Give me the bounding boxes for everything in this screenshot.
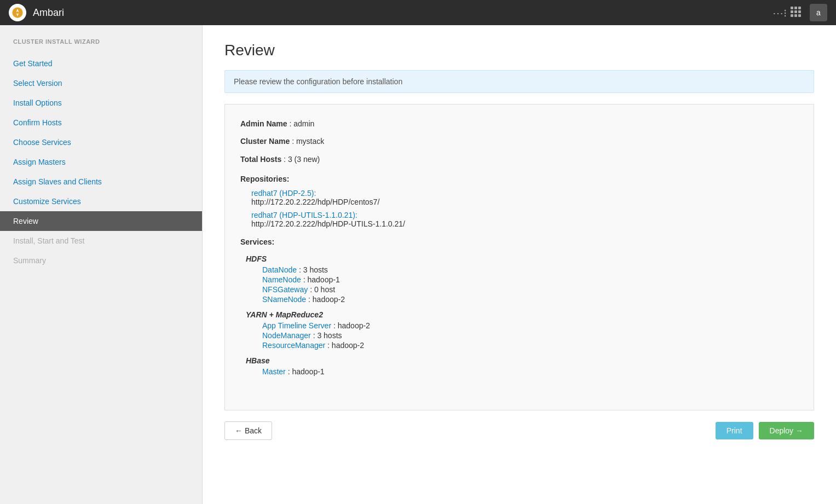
- sidebar-item-review: Review: [0, 211, 202, 231]
- admin-name-label: Admin Name: [240, 119, 287, 128]
- sidebar-item-customize-services[interactable]: Customize Services: [0, 192, 202, 211]
- grid-icon[interactable]: ⋯⁝: [772, 6, 801, 20]
- sidebar-heading: Cluster Install Wizard: [0, 38, 202, 54]
- service-hdfs-datanode: DataNode : 3 hosts: [262, 265, 798, 274]
- cluster-name-label: Cluster Name: [240, 137, 290, 146]
- sidebar-item-get-started[interactable]: Get Started: [0, 54, 202, 73]
- services-heading: Services:: [240, 236, 798, 248]
- repo-url-1: http://172.20.2.222/hdp/HDP-UTILS-1.1.0.…: [251, 219, 798, 228]
- service-hdfs-snamenode: SNameNode : hadoop-2: [262, 295, 798, 304]
- repo-name-0: redhat7 (HDP-2.5):: [251, 189, 316, 198]
- total-hosts-label: Total Hosts: [240, 155, 281, 164]
- total-hosts-row: Total Hosts : 3 (3 new): [240, 153, 798, 165]
- svg-point-1: [16, 11, 19, 14]
- repo-item-1: redhat7 (HDP-UTILS-1.1.0.21): http://172…: [251, 211, 798, 228]
- sidebar-item-assign-slaves[interactable]: Assign Slaves and Clients: [0, 172, 202, 192]
- svg-rect-6: [794, 10, 797, 13]
- repo-url-0: http://172.20.2.222/hdp/HDP/centos7/: [251, 198, 798, 206]
- service-hdfs-name: HDFS: [246, 254, 798, 263]
- print-button[interactable]: Print: [716, 422, 753, 439]
- app-logo: [9, 4, 26, 21]
- cluster-name-value: mystack: [296, 137, 324, 146]
- info-banner: Please review the configuration before i…: [224, 70, 814, 93]
- service-yarn-name: YARN + MapReduce2: [246, 310, 798, 319]
- service-hbase: HBase Master : hadoop-1: [246, 356, 798, 376]
- repo-item-0: redhat7 (HDP-2.5): http://172.20.2.222/h…: [251, 189, 798, 206]
- service-hbase-name: HBase: [246, 356, 798, 365]
- svg-rect-2: [791, 7, 793, 9]
- navbar: Ambari ⋯⁝ a: [0, 0, 836, 25]
- sidebar-item-choose-services[interactable]: Choose Services: [0, 132, 202, 152]
- navbar-right: ⋯⁝ a: [772, 4, 827, 21]
- svg-rect-9: [794, 14, 797, 17]
- admin-name-value: admin: [293, 119, 314, 128]
- repositories-heading: Repositories:: [240, 173, 798, 185]
- service-yarn: YARN + MapReduce2 App Timeline Server : …: [246, 310, 798, 350]
- back-button[interactable]: ← Back: [224, 421, 272, 440]
- repo-name-1: redhat7 (HDP-UTILS-1.1.0.21):: [251, 211, 358, 219]
- service-yarn-nodemanager: NodeManager : 3 hosts: [262, 331, 798, 340]
- admin-name-row: Admin Name : admin: [240, 118, 798, 130]
- svg-rect-8: [791, 14, 793, 17]
- svg-rect-7: [798, 10, 801, 13]
- footer: ← Back Print Deploy →: [224, 410, 814, 440]
- footer-right: Print Deploy →: [716, 422, 814, 439]
- service-hdfs-nfsgateway: NFSGateway : 0 host: [262, 285, 798, 294]
- layout: Cluster Install Wizard Get Started Selec…: [0, 25, 836, 504]
- sidebar-item-summary: Summary: [0, 251, 202, 270]
- cluster-name-row: Cluster Name : mystack: [240, 135, 798, 147]
- total-hosts-separator: :: [284, 155, 288, 164]
- service-hdfs-namenode: NameNode : hadoop-1: [262, 275, 798, 284]
- sidebar-item-install-options[interactable]: Install Options: [0, 93, 202, 113]
- svg-rect-3: [794, 7, 797, 9]
- cluster-name-separator: :: [292, 137, 296, 146]
- navbar-left: Ambari: [9, 4, 64, 21]
- service-hdfs: HDFS DataNode : 3 hosts NameNode : hadoo…: [246, 254, 798, 304]
- service-yarn-resourcemanager: ResourceManager : hadoop-2: [262, 341, 798, 350]
- deploy-button[interactable]: Deploy →: [759, 422, 814, 439]
- page-title: Review: [224, 42, 814, 59]
- total-hosts-value: 3 (3 new): [288, 155, 320, 164]
- svg-rect-4: [798, 7, 801, 9]
- service-hbase-master: Master : hadoop-1: [262, 367, 798, 376]
- sidebar: Cluster Install Wizard Get Started Selec…: [0, 25, 203, 504]
- sidebar-item-confirm-hosts[interactable]: Confirm Hosts: [0, 113, 202, 132]
- svg-rect-10: [798, 14, 801, 17]
- sidebar-item-select-version[interactable]: Select Version: [0, 73, 202, 93]
- sidebar-item-assign-masters[interactable]: Assign Masters: [0, 152, 202, 172]
- service-yarn-app-timeline: App Timeline Server : hadoop-2: [262, 321, 798, 330]
- sidebar-item-install-start-test: Install, Start and Test: [0, 231, 202, 251]
- review-panel: Admin Name : admin Cluster Name : mystac…: [224, 104, 814, 410]
- main-content: Review Please review the configuration b…: [203, 25, 836, 504]
- user-avatar[interactable]: a: [810, 4, 827, 21]
- svg-rect-5: [791, 10, 793, 13]
- app-title: Ambari: [33, 7, 64, 19]
